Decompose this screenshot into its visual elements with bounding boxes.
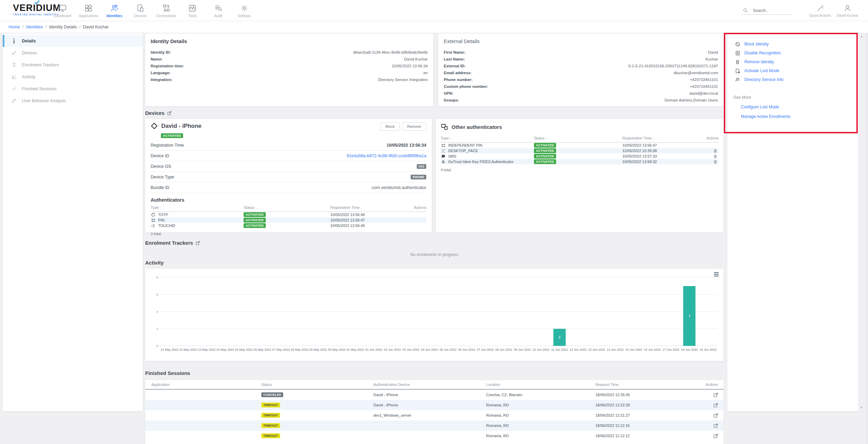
delete-authenticator-button[interactable]	[705, 149, 719, 153]
check-icon	[11, 86, 17, 91]
sidebar-item-devices[interactable]: Devices	[3, 47, 143, 59]
sidebar-item-user-behavior-analysis[interactable]: User Behavior Analysis	[3, 95, 143, 107]
chart-xtick: 14 Jun 2022	[607, 348, 624, 351]
chart-menu-icon[interactable]	[714, 272, 719, 277]
scrollbar-rail[interactable]	[866, 0, 868, 444]
chart-xtick: 07 Jun 2022	[477, 348, 494, 351]
status-badge: TIMEOUT	[261, 403, 280, 407]
chart-gridline	[160, 294, 717, 295]
block-device-button[interactable]: Block	[380, 122, 400, 131]
search-input[interactable]	[753, 8, 787, 13]
manage-active-enrollments-link[interactable]: Manage Active Enrollments	[741, 114, 858, 119]
quick-actions-button[interactable]: Quick Actions	[807, 4, 834, 17]
open-session-icon[interactable]	[703, 403, 724, 407]
open-session-icon[interactable]	[703, 393, 724, 397]
breadcrumb: Home / Identities / Identity Details / D…	[0, 21, 868, 33]
chart-gridline	[160, 311, 717, 312]
chart-ytick: 8	[151, 275, 158, 279]
field-integration: Integration:Directory Service Integratio…	[151, 76, 428, 83]
chart-xtick: 11 Jun 2022	[551, 348, 568, 351]
magic-wand-icon	[816, 4, 824, 12]
table-row: INDEPENDENT PIN ACTIVATED 10/05/2022 13:…	[441, 143, 719, 148]
col-status[interactable]: Status↕	[244, 205, 330, 210]
breadcrumb-identities[interactable]: Identities	[26, 25, 43, 29]
breadcrumb-identity-details: Identity Details	[49, 25, 77, 29]
delete-authenticator-button[interactable]	[705, 160, 719, 164]
chart-xtick: 16 Jun 2022	[644, 348, 661, 351]
field-upn: UPN:david@dev.local	[444, 90, 718, 97]
finished-sessions-header: Finished Sessions	[145, 370, 190, 376]
breadcrumb-home[interactable]: Home	[9, 25, 20, 29]
open-session-icon[interactable]	[703, 434, 724, 438]
col-type[interactable]: Type↕	[151, 205, 244, 210]
status-badge: CANCELED	[261, 392, 283, 397]
col-reg-time[interactable]: Registration Time↕	[622, 136, 705, 140]
nav-item-settings[interactable]: Settings	[231, 0, 257, 21]
field-registration-time: Registration time:10/05/2022 13:56:34	[151, 63, 428, 69]
other-authenticators-panel: Other authenticators Type↕ Status↕ Regis…	[436, 119, 724, 232]
nav-item-devices[interactable]: Devices	[127, 0, 153, 21]
chart-ytick: 0	[151, 344, 158, 348]
chart-bar[interactable]: 2	[553, 329, 566, 346]
chart-xtick: 12 Jun 2022	[569, 348, 587, 351]
chart-xtick: 17 Jun 2022	[662, 348, 679, 351]
chart-icon	[11, 74, 17, 79]
sidebar-item-activity[interactable]: Activity	[3, 71, 143, 83]
global-search[interactable]	[742, 6, 793, 15]
sidebar-item-enrolment-trackers[interactable]: Enrolment Trackers	[3, 59, 143, 71]
open-enrolment-icon[interactable]	[196, 241, 200, 245]
chart-gridline	[160, 277, 717, 278]
nav-item-dashboard[interactable]: Dashboard	[50, 0, 75, 21]
open-session-icon[interactable]	[703, 413, 724, 418]
tools-icon	[188, 4, 197, 13]
device-card: David - iPhone Block Remove ACTIVATED Re…	[145, 119, 432, 232]
col-type[interactable]: Type↕	[441, 136, 534, 140]
delete-authenticator-button[interactable]	[705, 154, 719, 159]
chart-bar[interactable]: 7	[683, 286, 695, 346]
remove-device-button[interactable]: Remove	[402, 122, 426, 131]
col-status[interactable]: Status↕	[534, 136, 622, 140]
scroll-down-icon[interactable]: ▼	[860, 406, 863, 409]
logo-check-icon	[35, 0, 40, 4]
chart-xlabels: 21 May 202222 May 202223 May 202224 May …	[160, 348, 717, 355]
orchestrator-icon	[162, 4, 171, 13]
scroll-up-icon[interactable]: ▲	[860, 35, 863, 38]
col-reg-time[interactable]: Registration Time↕	[330, 205, 409, 210]
col-actions: Actions	[705, 136, 719, 140]
chart-plot: 0246827	[160, 278, 717, 346]
chart-xtick: 22 May 2022	[179, 348, 197, 351]
device-name: David - iPhone	[161, 123, 202, 130]
identity-details-fields: Identity ID:d6ae1ba8-1139-46ec-8e96-b856…	[151, 49, 428, 83]
disable-recognition-action[interactable]: Disable Recognition	[727, 49, 858, 57]
totp-icon	[151, 213, 155, 217]
pin-icon	[441, 143, 445, 148]
field-last-name: Last Name:Kuchar	[444, 56, 718, 63]
directory-service-info-action[interactable]: Directory Service Info	[727, 75, 858, 84]
block-identity-action[interactable]: Block Identity	[727, 40, 858, 49]
main-nav: Dashboard Applications Identities Device…	[50, 0, 257, 21]
sms-icon	[441, 154, 445, 159]
configure-lost-mode-link[interactable]: Configure Lost Mode	[741, 105, 858, 109]
nav-item-audit[interactable]: Audit	[205, 0, 231, 21]
nav-item-applications[interactable]: Applications	[75, 0, 101, 21]
identities-icon	[110, 4, 119, 13]
sidebar-item-finished-sessions[interactable]: Finished Sessions	[3, 83, 143, 95]
nav-item-tools[interactable]: Tools	[179, 0, 205, 21]
user-menu[interactable]: David Kuchar	[834, 4, 861, 17]
activate-lost-mode-action[interactable]: Activate Lost Mode	[727, 66, 858, 75]
block-icon	[735, 42, 740, 47]
open-session-icon[interactable]	[703, 423, 724, 428]
table-row: TIMEOUT Romania, RO 18/06/2022 11:12:16	[145, 420, 724, 431]
sidebar-item-details[interactable]: Details	[3, 35, 143, 47]
open-devices-icon[interactable]	[167, 111, 171, 115]
disable-recognition-icon	[735, 51, 740, 56]
device-id-link[interactable]: 91e4a58a-b672-4c88-9fd3-cceb9899ba1a	[346, 153, 426, 158]
chart-xtick: 19 Jun 2022	[700, 348, 717, 351]
table-row: SMS ACTIVATED 10/05/2022 13:57:33	[441, 153, 719, 159]
top-navbar: VERIDIUM TRUSTED DIGITAL IDENTITY Dashbo…	[0, 0, 868, 21]
nav-item-orchestrator[interactable]: Orchestrator	[153, 0, 179, 21]
nav-item-identities[interactable]: Identities	[101, 0, 127, 21]
field-name: Name:David Kuchar	[151, 56, 428, 63]
external-details-panel: External Details First Name:David Last N…	[438, 33, 724, 106]
remove-identity-action[interactable]: Remove Identity	[727, 57, 858, 66]
